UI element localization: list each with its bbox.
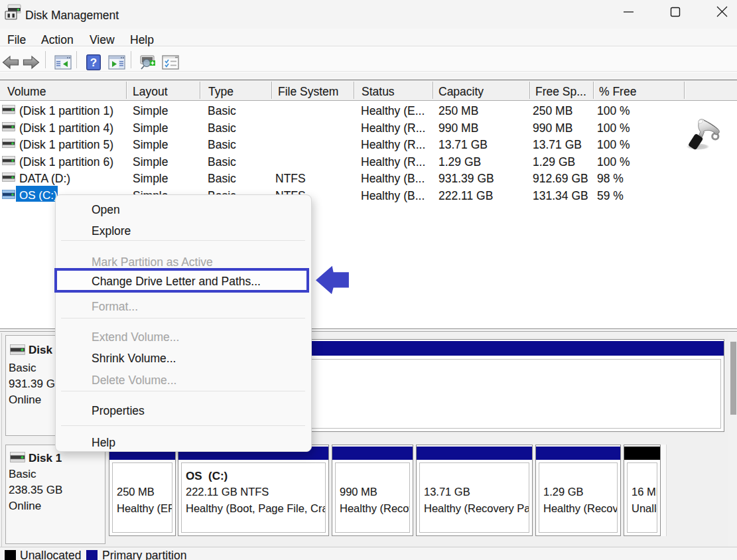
svg-text:?: ? xyxy=(90,56,97,69)
